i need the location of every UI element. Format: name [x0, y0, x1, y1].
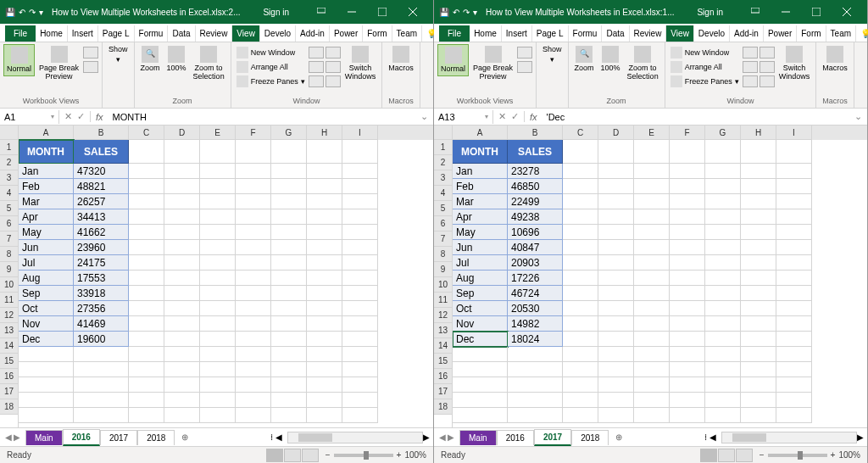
cell[interactable]: [776, 140, 812, 164]
cell[interactable]: [508, 362, 563, 377]
normal-view-icon[interactable]: [266, 449, 283, 462]
cell[interactable]: [598, 194, 634, 209]
tab-review[interactable]: Review: [196, 25, 233, 42]
row-header[interactable]: 7: [0, 232, 18, 247]
cell[interactable]: [670, 393, 705, 408]
cell[interactable]: 49238: [508, 209, 563, 225]
cell[interactable]: [776, 255, 812, 271]
cell[interactable]: [670, 225, 705, 240]
cell[interactable]: [236, 362, 271, 377]
signin-link[interactable]: Sign in: [697, 8, 723, 17]
cell[interactable]: [741, 179, 776, 194]
cell[interactable]: [307, 240, 342, 255]
cell-header[interactable]: SALES: [508, 140, 563, 164]
cell[interactable]: Nov: [19, 316, 74, 332]
cell[interactable]: [634, 140, 670, 164]
cell[interactable]: [776, 240, 812, 255]
zoom-slider[interactable]: [768, 454, 827, 457]
row-header[interactable]: 3: [0, 170, 18, 186]
page-layout-view-icon[interactable]: [718, 449, 735, 462]
cell[interactable]: [200, 408, 236, 423]
row-header[interactable]: 14: [434, 338, 452, 354]
tab-home[interactable]: Home: [36, 25, 68, 42]
cell[interactable]: [164, 140, 200, 164]
cell[interactable]: 48821: [74, 179, 129, 194]
tab-form[interactable]: Form: [797, 25, 826, 42]
tab-file[interactable]: File: [439, 25, 470, 42]
cell[interactable]: [307, 332, 342, 347]
cell[interactable]: [598, 362, 634, 377]
tab-page-layout[interactable]: Page L: [532, 25, 569, 42]
new-window-button[interactable]: New Window: [235, 46, 307, 59]
cell[interactable]: [236, 271, 271, 286]
cell[interactable]: [563, 140, 598, 164]
redo-icon[interactable]: ↷: [463, 8, 470, 17]
signin-link[interactable]: Sign in: [263, 8, 289, 17]
col-header[interactable]: E: [200, 126, 236, 140]
zoom-100-button[interactable]: 100%: [598, 44, 623, 75]
cell[interactable]: [634, 408, 670, 423]
cell[interactable]: Sep: [19, 286, 74, 301]
cell[interactable]: Jun: [19, 240, 74, 255]
cell[interactable]: [670, 332, 705, 347]
cell[interactable]: Apr: [19, 209, 74, 225]
split-icon[interactable]: [309, 47, 324, 59]
cell[interactable]: [236, 377, 271, 393]
cell[interactable]: [705, 316, 741, 332]
enter-formula-icon[interactable]: ✓: [77, 111, 85, 122]
cell[interactable]: [236, 194, 271, 209]
row-header[interactable]: 1: [0, 140, 18, 155]
cell[interactable]: 20903: [508, 255, 563, 271]
cell[interactable]: [705, 332, 741, 347]
row-header[interactable]: 16: [0, 369, 18, 384]
cell[interactable]: [776, 209, 812, 225]
cell[interactable]: [670, 316, 705, 332]
select-all-corner[interactable]: [434, 126, 452, 140]
cell[interactable]: [670, 140, 705, 164]
cell[interactable]: [705, 377, 741, 393]
tab-review[interactable]: Review: [630, 25, 667, 42]
tab-home[interactable]: Home: [470, 25, 502, 42]
cell[interactable]: [271, 140, 307, 164]
cell[interactable]: Jul: [453, 255, 508, 271]
cell[interactable]: [670, 255, 705, 271]
hide-icon[interactable]: [309, 61, 324, 73]
cell[interactable]: [129, 179, 164, 194]
cell[interactable]: [741, 316, 776, 332]
page-layout-view-icon[interactable]: [284, 449, 301, 462]
row-header[interactable]: 6: [434, 216, 452, 232]
cell[interactable]: [307, 255, 342, 271]
row-header[interactable]: 12: [434, 308, 452, 323]
col-header[interactable]: C: [563, 126, 598, 140]
cell[interactable]: [307, 164, 342, 179]
cell[interactable]: 23960: [74, 240, 129, 255]
cell[interactable]: [129, 301, 164, 316]
cell[interactable]: Jan: [19, 164, 74, 179]
sheet-tab-2018[interactable]: 2018: [137, 430, 175, 445]
row-header[interactable]: 15: [0, 354, 18, 369]
freeze-panes-button[interactable]: Freeze Panes▾: [669, 75, 741, 88]
cell[interactable]: [453, 393, 508, 408]
tab-developer[interactable]: Develo: [694, 25, 730, 42]
cell[interactable]: [598, 164, 634, 179]
cell[interactable]: [307, 194, 342, 209]
cell[interactable]: [200, 255, 236, 271]
cell[interactable]: [563, 347, 598, 362]
cell[interactable]: 20530: [508, 301, 563, 316]
cell[interactable]: [164, 255, 200, 271]
cell[interactable]: [563, 271, 598, 286]
row-header[interactable]: 13: [0, 323, 18, 338]
cell[interactable]: [634, 225, 670, 240]
sheet-tab-2017[interactable]: 2017: [534, 429, 571, 446]
cell[interactable]: [271, 408, 307, 423]
cell[interactable]: [705, 225, 741, 240]
tab-view[interactable]: View: [666, 25, 694, 42]
cell[interactable]: [129, 194, 164, 209]
zoom-button[interactable]: 🔍Zoom: [138, 44, 163, 75]
col-header[interactable]: I: [776, 126, 812, 140]
cell[interactable]: [705, 408, 741, 423]
cell[interactable]: [342, 271, 378, 286]
cell[interactable]: 47320: [74, 164, 129, 179]
cell[interactable]: [129, 362, 164, 377]
row-header[interactable]: 9: [434, 262, 452, 277]
